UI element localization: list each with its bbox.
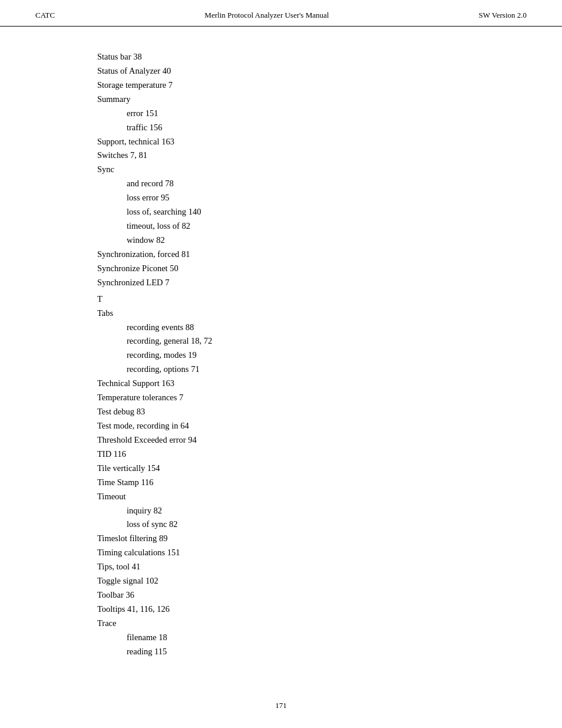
sub-entry: loss of, searching 140 (127, 205, 465, 219)
top-entry: Tooltips 41, 116, 126 (97, 602, 465, 617)
top-entry: Threshold Exceeded error 94 (97, 433, 465, 447)
top-entry: Storage temperature 7 (97, 78, 465, 93)
sub-entry: recording, general 18, 72 (127, 334, 465, 348)
top-entry: Technical Support 163 (97, 377, 465, 391)
top-entry: Timeslot filtering 89 (97, 532, 465, 546)
top-entry: Tile vertically 154 (97, 462, 465, 476)
sub-entry: timeout, loss of 82 (127, 219, 465, 233)
top-entry: Time Stamp 116 (97, 476, 465, 490)
top-entry: Sync (97, 163, 465, 177)
top-entry: Toggle signal 102 (97, 574, 465, 588)
top-entry: Tabs (97, 307, 465, 321)
top-entry: Support, technical 163 (97, 135, 465, 149)
top-entry: Trace (97, 617, 465, 631)
header-right: SW Version 2.0 (479, 11, 527, 20)
index-content: Status bar 38Status of Analyzer 40Storag… (0, 27, 562, 694)
top-entry: Test debug 83 (97, 405, 465, 419)
top-entry: Timeout (97, 490, 465, 504)
sub-entry: traffic 156 (127, 121, 465, 135)
top-entry: Timing calculations 151 (97, 546, 465, 560)
sub-entry: error 151 (127, 107, 465, 121)
header-left: CATC (35, 11, 55, 20)
top-entry: Status bar 38 (97, 50, 465, 64)
top-entry: Summary (97, 93, 465, 107)
header-center: Merlin Protocol Analyzer User's Manual (204, 11, 329, 20)
page-header: CATC Merlin Protocol Analyzer User's Man… (0, 0, 562, 27)
top-entry: Switches 7, 81 (97, 149, 465, 163)
top-entry: TID 116 (97, 447, 465, 462)
section-letter: T (97, 292, 465, 307)
sub-entry: recording, options 71 (127, 363, 465, 377)
sub-entry: reading 115 (127, 645, 465, 659)
sub-entry: recording, modes 19 (127, 348, 465, 363)
top-entry: Temperature tolerances 7 (97, 391, 465, 405)
top-entry: Status of Analyzer 40 (97, 64, 465, 78)
top-entry: Tips, tool 41 (97, 560, 465, 574)
top-entry: Test mode, recording in 64 (97, 419, 465, 433)
top-entry: Toolbar 36 (97, 588, 465, 602)
sub-entry: inquiry 82 (127, 504, 465, 518)
sub-entry: loss of sync 82 (127, 518, 465, 532)
sub-entry: loss error 95 (127, 191, 465, 205)
sub-entry: window 82 (127, 233, 465, 248)
sub-entry: and record 78 (127, 177, 465, 191)
page-footer: 171 (0, 701, 562, 710)
top-entry: Synchronization, forced 81 (97, 248, 465, 262)
sub-entry: filename 18 (127, 631, 465, 645)
top-entry: Synchronize Piconet 50 (97, 262, 465, 276)
top-entry: Synchronized LED 7 (97, 276, 465, 290)
sub-entry: recording events 88 (127, 321, 465, 335)
page-number: 171 (275, 701, 287, 710)
